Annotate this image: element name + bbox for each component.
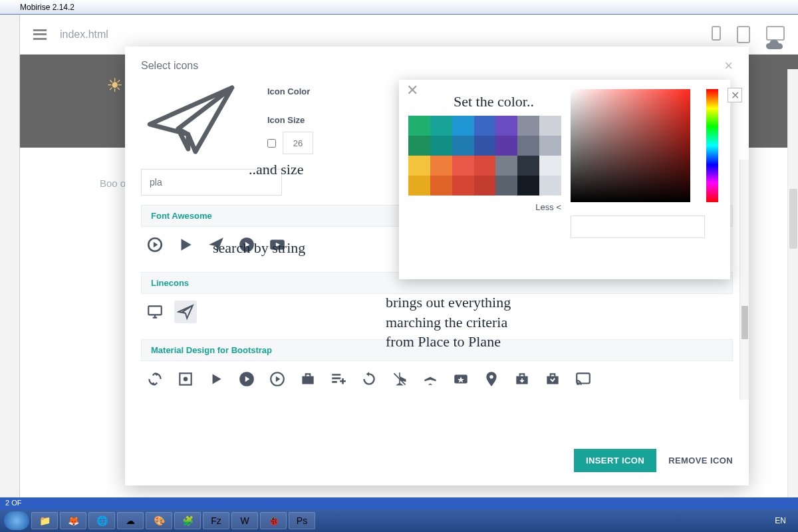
task-app1[interactable]: ☁ <box>117 512 144 529</box>
task-filezilla[interactable]: Fz <box>203 512 229 529</box>
lang-indicator[interactable]: EN <box>775 516 786 525</box>
color-swatch[interactable] <box>430 136 452 156</box>
saturation-picker[interactable] <box>571 89 690 202</box>
shop-two-icon[interactable] <box>541 368 564 390</box>
play-circle-o-icon[interactable] <box>144 233 166 256</box>
color-swatch[interactable] <box>474 136 496 156</box>
color-swatch[interactable] <box>452 176 474 196</box>
color-swatch[interactable] <box>452 136 474 156</box>
color-swatch[interactable] <box>495 176 517 196</box>
color-swatch[interactable] <box>539 176 561 196</box>
color-swatch[interactable] <box>452 116 474 136</box>
color-swatch[interactable] <box>517 176 539 196</box>
paper-plane-icon[interactable] <box>174 301 197 323</box>
local-play-icon[interactable] <box>450 368 472 390</box>
color-swatch[interactable] <box>408 176 430 196</box>
color-swatch[interactable] <box>539 116 561 136</box>
task-app2[interactable]: 🎨 <box>146 512 172 529</box>
play-arrow-icon[interactable] <box>205 368 227 390</box>
task-explorer[interactable]: 📁 <box>31 512 58 529</box>
color-swatch[interactable] <box>495 116 517 136</box>
hue-slider[interactable] <box>706 89 718 202</box>
color-swatch[interactable] <box>474 176 496 196</box>
task-chrome[interactable]: 🌐 <box>88 512 115 529</box>
windows-taskbar: 📁 🦊 🌐 ☁ 🎨 🧩 Fz W 🐞 Ps EN <box>0 509 798 532</box>
modal-header: Select icons × <box>125 47 749 80</box>
display-icon[interactable] <box>144 301 166 323</box>
svg-rect-3 <box>148 306 162 315</box>
play-circle-filled-icon[interactable] <box>235 368 258 390</box>
task-firefox[interactable]: 🦊 <box>60 512 86 529</box>
color-swatch[interactable] <box>408 156 430 176</box>
color-swatch[interactable] <box>452 156 474 176</box>
modal-footer: INSERT ICON REMOVE ICON <box>125 440 749 485</box>
work-icon[interactable] <box>297 368 319 390</box>
cast-icon[interactable] <box>572 368 595 390</box>
svg-point-5 <box>184 377 188 382</box>
play-circle-outline-icon[interactable] <box>266 368 289 390</box>
color-swatch[interactable] <box>495 156 517 176</box>
less-link[interactable]: Less < <box>408 202 561 212</box>
picker-close-icon[interactable]: ✕ <box>404 82 420 98</box>
plane-icon[interactable] <box>205 233 227 256</box>
task-photoshop[interactable]: Ps <box>289 512 315 529</box>
color-swatch[interactable] <box>474 156 496 176</box>
picker-clear-icon[interactable]: ✕ <box>728 88 742 102</box>
place-icon[interactable] <box>480 368 503 390</box>
svg-point-10 <box>489 375 493 378</box>
hex-input[interactable] <box>571 215 705 238</box>
color-swatch[interactable] <box>539 156 561 176</box>
play-icon[interactable] <box>174 233 197 256</box>
icon-preview <box>141 80 241 160</box>
color-swatch[interactable] <box>495 136 517 156</box>
ribbon-strip <box>0 15 20 519</box>
color-swatch[interactable] <box>517 116 539 136</box>
icon-grid-mdb <box>141 361 733 397</box>
autorenew-icon[interactable] <box>144 368 166 390</box>
remove-icon-button[interactable]: REMOVE ICON <box>668 449 733 472</box>
window-title: Mobirise 2.14.2 <box>20 3 74 12</box>
shop-icon[interactable] <box>511 368 533 390</box>
svg-point-14 <box>577 383 579 385</box>
section-mdb[interactable]: Material Design for Bootstrap <box>141 339 733 361</box>
color-swatch[interactable] <box>539 136 561 156</box>
size-checkbox[interactable] <box>267 139 276 148</box>
color-swatch[interactable] <box>430 156 452 176</box>
close-icon[interactable]: × <box>724 57 733 74</box>
modal-scrollbar[interactable] <box>739 160 749 400</box>
modal-title: Select icons <box>141 60 198 72</box>
replay-icon[interactable] <box>358 368 380 390</box>
word-status-bar: 2 OF <box>0 497 798 509</box>
airplane-icon[interactable] <box>419 368 442 390</box>
modal-scroll-thumb[interactable] <box>741 306 748 339</box>
window-titlebar: Mobirise 2.14.2 <box>0 0 798 15</box>
size-input[interactable] <box>283 132 313 154</box>
search-input[interactable] <box>141 169 282 196</box>
task-app3[interactable]: 🧩 <box>174 512 201 529</box>
color-swatch[interactable] <box>474 116 496 136</box>
insert-icon-button[interactable]: INSERT ICON <box>574 449 656 472</box>
playlist-add-icon[interactable] <box>327 368 350 390</box>
color-swatch[interactable] <box>430 116 452 136</box>
color-swatch[interactable] <box>517 136 539 156</box>
status-text: 2 OF <box>5 499 21 507</box>
color-picker-popover: ✕ Less < ✕ <box>399 80 730 279</box>
svg-rect-13 <box>577 373 590 383</box>
play-circle-icon[interactable] <box>235 233 258 256</box>
task-word[interactable]: W <box>231 512 258 529</box>
airplane-off-icon[interactable] <box>388 368 411 390</box>
color-swatch[interactable] <box>408 136 430 156</box>
color-swatch[interactable] <box>430 176 452 196</box>
task-app4[interactable]: 🐞 <box>260 512 287 529</box>
icon-color-label: Icon Color <box>267 86 313 96</box>
brightness-icon[interactable] <box>174 368 197 390</box>
color-swatch[interactable] <box>408 116 430 136</box>
color-swatch[interactable] <box>517 156 539 176</box>
youtube-play-icon[interactable] <box>266 233 289 256</box>
swatch-grid <box>408 116 561 196</box>
start-button[interactable] <box>4 511 29 530</box>
svg-rect-8 <box>302 376 313 384</box>
icon-size-label: Icon Size <box>267 115 313 125</box>
icon-grid-linecons <box>141 294 733 330</box>
